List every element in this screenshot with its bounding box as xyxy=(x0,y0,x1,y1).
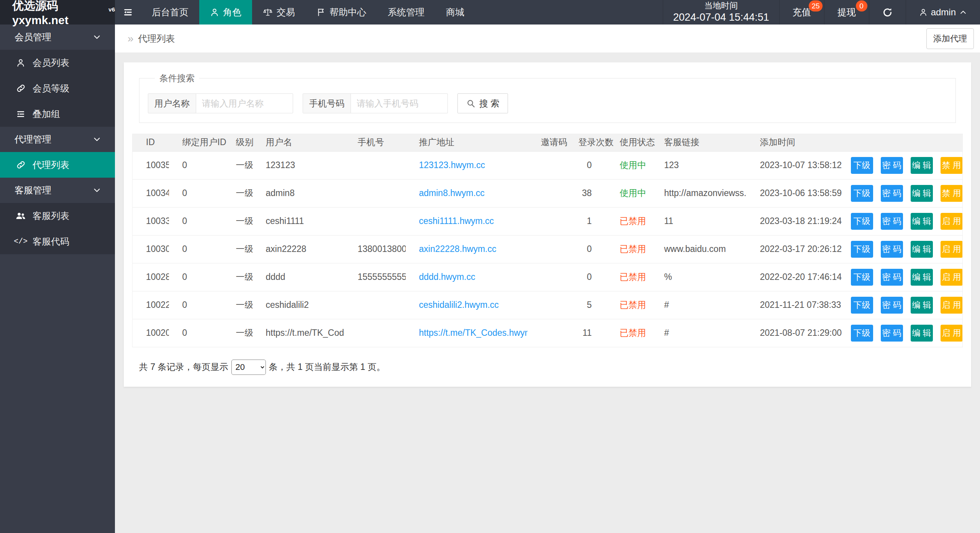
search-legend: 条件搜索 xyxy=(155,72,199,84)
sidebar-group-member-management[interactable]: 会员管理 xyxy=(0,25,115,50)
sub-agent-button[interactable]: 下级 xyxy=(851,213,873,230)
column-header: 添加时间 xyxy=(747,134,851,151)
sub-agent-button[interactable]: 下级 xyxy=(851,241,873,258)
nav-item-shop[interactable]: 商城 xyxy=(435,0,475,25)
sub-agent-button[interactable]: 下级 xyxy=(851,157,873,174)
phone-input[interactable] xyxy=(351,94,447,113)
recharge-button[interactable]: 充值 25 xyxy=(779,0,824,25)
nav-item-trade[interactable]: 交易 xyxy=(252,0,306,25)
promo-link[interactable]: https://t.me/TK_Codes.hwym.cc xyxy=(419,328,528,338)
cell-service-link: http://amazonviewss.cc xyxy=(651,179,747,207)
admin-menu[interactable]: admin xyxy=(906,0,980,25)
cell-bind-user-id: 0 xyxy=(169,319,223,347)
cell-add-time: 2022-03-17 20:26:12 xyxy=(747,235,851,263)
toggle-status-button[interactable]: 禁 用 xyxy=(941,157,963,174)
nav-item-label: 后台首页 xyxy=(152,6,188,18)
nav-item-system[interactable]: 系统管理 xyxy=(377,0,435,25)
cell-id: 10020 xyxy=(133,319,169,347)
edit-button[interactable]: 编 辑 xyxy=(911,325,933,342)
sidebar-item-service-code[interactable]: </>客服代码 xyxy=(0,229,115,254)
cell-bind-user-id: 0 xyxy=(169,151,223,179)
sidebar-item-member-list[interactable]: 会员列表 xyxy=(0,50,115,75)
toggle-status-button[interactable]: 启 用 xyxy=(941,213,963,230)
cell-level: 一级 xyxy=(223,179,252,207)
cell-id: 10022 xyxy=(133,291,169,319)
sidebar-group-service-management[interactable]: 客服管理 xyxy=(0,178,115,203)
page-size-select[interactable]: 20 xyxy=(231,360,266,375)
search-button[interactable]: 搜 索 xyxy=(457,93,508,113)
phone-label: 手机号码 xyxy=(303,94,351,113)
password-button[interactable]: 密 码 xyxy=(881,185,903,202)
nav-item-home[interactable]: 后台首页 xyxy=(141,0,199,25)
page-title: 代理列表 xyxy=(138,33,175,45)
promo-link[interactable]: ceshi1111.hwym.cc xyxy=(419,216,494,226)
toggle-status-button[interactable]: 启 用 xyxy=(941,269,963,286)
add-agent-button[interactable]: 添加代理 xyxy=(926,28,974,49)
withdraw-button[interactable]: 提现 0 xyxy=(824,0,869,25)
username-group: 用户名称 xyxy=(148,93,293,113)
sidebar-item-agent-list[interactable]: 代理列表 xyxy=(0,152,115,178)
sidebar-item-stack-group[interactable]: 叠加组 xyxy=(0,101,115,127)
table-row: 100350一级123123123123.hwym.cc0使用中1232023-… xyxy=(133,151,963,179)
edit-button[interactable]: 编 辑 xyxy=(911,185,933,202)
toggle-status-button[interactable]: 启 用 xyxy=(941,297,963,314)
cell-promo-url: https://t.me/TK_Codes.hwym.cc xyxy=(406,319,528,347)
cell-invite-code xyxy=(528,179,565,207)
promo-link[interactable]: dddd.hwym.cc xyxy=(419,272,475,282)
edit-button[interactable]: 编 辑 xyxy=(911,213,933,230)
cell-level: 一级 xyxy=(223,151,252,179)
sidebar-item-label: 客服列表 xyxy=(33,210,69,222)
sub-agent-button[interactable]: 下级 xyxy=(851,269,873,286)
password-button[interactable]: 密 码 xyxy=(881,325,903,342)
sidebar-group-label: 会员管理 xyxy=(15,31,51,43)
pagination-prefix: 共 7 条记录，每页显示 xyxy=(139,361,228,373)
cell-level: 一级 xyxy=(223,291,252,319)
sidebar-group-agent-management[interactable]: 代理管理 xyxy=(0,127,115,152)
nav-item-label: 系统管理 xyxy=(388,6,424,18)
sidebar-item-label: 叠加组 xyxy=(33,108,60,120)
promo-link[interactable]: admin8.hwym.cc xyxy=(419,188,485,198)
nav-item-role[interactable]: 角色 xyxy=(199,0,252,25)
sidebar: 会员管理会员列表会员等级叠加组代理管理代理列表客服管理客服列表</>客服代码 xyxy=(0,25,115,533)
toggle-status-button[interactable]: 启 用 xyxy=(941,241,963,258)
column-header: 绑定用户ID xyxy=(169,134,223,151)
table-row: 100330一级ceshi1111ceshi1111.hwym.cc1已禁用11… xyxy=(133,207,963,235)
cell-phone: 15555555555 xyxy=(344,263,406,291)
password-button[interactable]: 密 码 xyxy=(881,297,903,314)
refresh-button[interactable] xyxy=(869,0,906,25)
sidebar-group-label: 客服管理 xyxy=(15,184,51,196)
promo-link[interactable]: 123123.hwym.cc xyxy=(419,160,485,170)
nav-item-label: 交易 xyxy=(277,6,295,18)
cell-status: 已禁用 xyxy=(606,291,651,319)
edit-button[interactable]: 编 辑 xyxy=(911,297,933,314)
topbar-spacer xyxy=(475,0,663,25)
promo-link[interactable]: axin22228.hwym.cc xyxy=(419,244,497,254)
status-badge: 已禁用 xyxy=(620,328,646,338)
sub-agent-button[interactable]: 下级 xyxy=(851,325,873,342)
local-time-value: 2024-07-04 15:44:51 xyxy=(673,11,769,24)
chevron-down-icon xyxy=(93,186,101,195)
nav-item-help[interactable]: 帮助中心 xyxy=(306,0,377,25)
password-button[interactable]: 密 码 xyxy=(881,157,903,174)
promo-link[interactable]: ceshidalili2.hwym.cc xyxy=(419,300,499,310)
sub-agent-button[interactable]: 下级 xyxy=(851,297,873,314)
username-label: 用户名称 xyxy=(148,94,196,113)
collapse-menu-button[interactable] xyxy=(115,0,141,25)
sidebar-item-service-list[interactable]: 客服列表 xyxy=(0,203,115,229)
username-input[interactable] xyxy=(196,94,293,113)
cell-username: ceshi1111 xyxy=(252,207,344,235)
toggle-status-button[interactable]: 禁 用 xyxy=(941,185,963,202)
edit-button[interactable]: 编 辑 xyxy=(911,269,933,286)
agent-table: ID绑定用户ID级别用户名手机号推广地址邀请码登录次数使用状态客服链接添加时间 … xyxy=(132,134,963,347)
cell-login-count: 38 xyxy=(565,179,606,207)
password-button[interactable]: 密 码 xyxy=(881,241,903,258)
toggle-status-button[interactable]: 启 用 xyxy=(941,325,963,342)
password-button[interactable]: 密 码 xyxy=(881,269,903,286)
edit-button[interactable]: 编 辑 xyxy=(911,157,933,174)
sub-agent-button[interactable]: 下级 xyxy=(851,185,873,202)
password-button[interactable]: 密 码 xyxy=(881,213,903,230)
cell-phone xyxy=(344,291,406,319)
edit-button[interactable]: 编 辑 xyxy=(911,241,933,258)
sidebar-item-member-level[interactable]: 会员等级 xyxy=(0,75,115,101)
cell-username: ceshidalili2 xyxy=(252,291,344,319)
